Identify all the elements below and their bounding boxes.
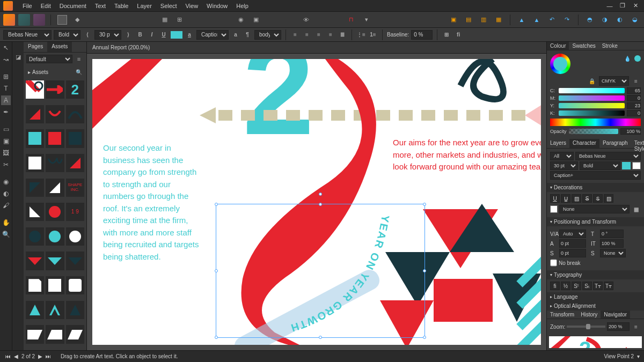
shear-input[interactable] [600,230,624,238]
para-style-select[interactable]: body+ [254,30,281,40]
window-close-icon[interactable]: ✕ [630,2,641,10]
hscale-input[interactable] [600,239,624,248]
align-left-icon[interactable]: ≡ [290,30,300,40]
yellow-slider[interactable] [559,103,625,108]
typo-super-btn[interactable]: Sᵗ [572,282,581,290]
preview-icon[interactable]: 👁 [301,14,312,26]
asset-item[interactable] [46,203,64,221]
cyan-input[interactable] [627,87,641,94]
fill-tool-icon[interactable]: ◉ [1,177,11,187]
underline-colour-btn[interactable]: ▨ [572,194,581,203]
zoom-input[interactable] [607,322,630,331]
menu-table[interactable]: Table [110,3,133,9]
boolean-subtract-icon[interactable]: ◑ [599,14,611,26]
char-size-select[interactable]: 30 pt [550,161,578,170]
asset-item[interactable] [46,105,64,123]
typo-fi-btn[interactable]: fi [550,282,560,290]
table-icon[interactable]: ⊞ [442,30,451,40]
underline-icon[interactable]: U [159,30,169,40]
tab-layers[interactable]: Layers [547,139,569,148]
persona-designer-icon[interactable] [18,14,30,26]
tab-character[interactable]: Character [569,139,599,148]
deco-none-swatch[interactable] [550,205,558,213]
asset-item[interactable] [26,203,44,221]
ligatures-icon[interactable]: fi [453,30,463,40]
baseline-input[interactable] [411,30,433,40]
italic-icon[interactable]: I [147,30,157,40]
asset-item[interactable] [26,179,44,197]
asset-item[interactable] [46,129,64,147]
section-positioning[interactable]: Positioning and Transform [547,217,644,226]
place-image-tool-icon[interactable]: 🖼 [1,148,11,158]
asset-item[interactable] [66,276,84,294]
list-style-icon[interactable]: ¶ [243,30,252,40]
asset-item[interactable] [46,154,64,172]
documents-icon[interactable] [56,14,68,26]
assets-preset-select[interactable]: Default [26,55,72,63]
page-first-icon[interactable]: ⏮ [4,353,12,359]
dbl-strike-btn[interactable]: S̶ [593,194,603,203]
clip-canvas-icon[interactable]: ◉ [235,14,247,26]
preflight-icon[interactable]: ◆ [71,14,83,26]
asset-item[interactable] [66,105,84,123]
dbl-underline-btn[interactable]: U̳ [561,194,570,203]
opacity-input[interactable] [620,128,641,135]
section-language[interactable]: Language [547,292,644,301]
asset-item[interactable]: SHAPE INC. [66,179,84,197]
section-typography[interactable]: Typography [547,270,644,279]
font-family-select[interactable]: Bebas Neue [3,30,52,40]
char-bg-swatch[interactable] [632,162,641,169]
tab-swatches[interactable]: Swatches [569,42,598,50]
black-input[interactable] [627,110,641,116]
menu-view[interactable]: View [181,3,202,9]
page-last-icon[interactable]: ⏭ [45,353,52,359]
font-size-select[interactable]: 30 pt [94,30,121,40]
zoom-slider[interactable] [567,326,605,328]
pan-tool-icon[interactable]: ✋ [1,218,11,227]
menu-document[interactable]: Document [55,3,91,9]
flip-h-icon[interactable]: ▲ [516,14,528,26]
asset-item[interactable] [46,325,64,343]
assets-section-name[interactable]: Assets [32,69,48,75]
strike-colour-btn[interactable]: ▨ [604,194,613,203]
window-minimize-icon[interactable]: — [604,2,615,10]
document-tab[interactable]: Annual Report (200.0%) [87,42,546,54]
move-back-icon[interactable]: ▣ [448,14,459,26]
asset-item[interactable] [26,276,44,294]
font-weight-select[interactable]: Bold [54,30,80,40]
asset-item[interactable] [66,129,84,147]
align-center-icon[interactable]: ≡ [302,30,312,40]
tab-paragraph[interactable]: Paragraph [599,139,631,148]
tab-transform[interactable]: Transform [547,311,577,319]
assets-menu-icon[interactable]: ≡ [74,54,84,64]
asset-item[interactable] [66,252,84,270]
hue-strip[interactable] [550,119,641,126]
boolean-intersect-icon[interactable]: ◐ [614,14,626,26]
colour-picker-icon[interactable] [550,54,570,74]
menu-text[interactable]: Text [91,3,110,9]
magenta-slider[interactable] [559,95,625,101]
asset-item[interactable] [26,252,44,270]
yellow-input[interactable] [627,102,641,109]
asset-item[interactable] [46,227,64,246]
asset-item[interactable] [66,154,84,172]
menu-layer[interactable]: Layer [133,3,156,9]
no-break-checkbox[interactable] [550,258,557,267]
frame-text-tool-icon[interactable]: T [1,84,11,93]
position-select[interactable]: None [600,249,626,257]
fill-swatch[interactable] [171,31,182,39]
bullet-list-icon[interactable]: ⋮≡ [356,30,366,40]
eyedropper-icon[interactable]: 💧 [623,54,632,63]
filter-collection-select[interactable]: All [550,152,574,160]
cyan-slider[interactable] [559,88,625,93]
asset-item[interactable] [26,129,44,147]
rotate-ccw-icon[interactable]: ↶ [546,14,558,26]
flip-v-icon[interactable]: ▲ [531,14,543,26]
menu-help[interactable]: Help [232,3,253,9]
tab-colour[interactable]: Colour [547,42,569,50]
boolean-divide-icon[interactable]: ◒ [629,14,641,26]
char-fill-swatch[interactable] [622,162,631,169]
boolean-add-icon[interactable]: ◓ [584,14,596,26]
align-justify-icon[interactable]: ≡ [326,30,335,40]
canvas[interactable]: 2 [92,59,541,345]
